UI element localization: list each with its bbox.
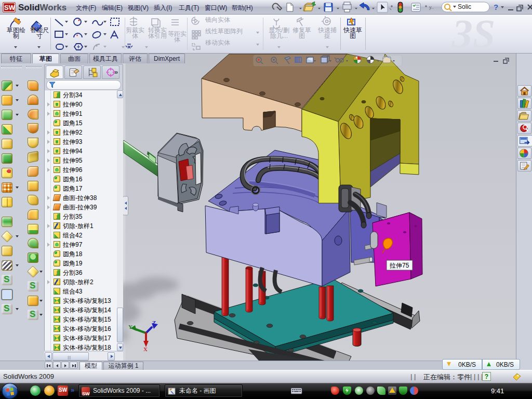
svg-text:y..: y.. bbox=[429, 5, 434, 10]
svg-text:X: X bbox=[143, 346, 148, 352]
svg-text:拉伸75: 拉伸75 bbox=[389, 262, 409, 269]
svg-text:Y: Y bbox=[128, 324, 132, 330]
svg-text:Z: Z bbox=[152, 320, 156, 326]
svg-text:Solic: Solic bbox=[458, 3, 471, 10]
svg-text:SolidWorks: SolidWorks bbox=[18, 3, 66, 12]
svg-text:SW: SW bbox=[4, 4, 16, 11]
